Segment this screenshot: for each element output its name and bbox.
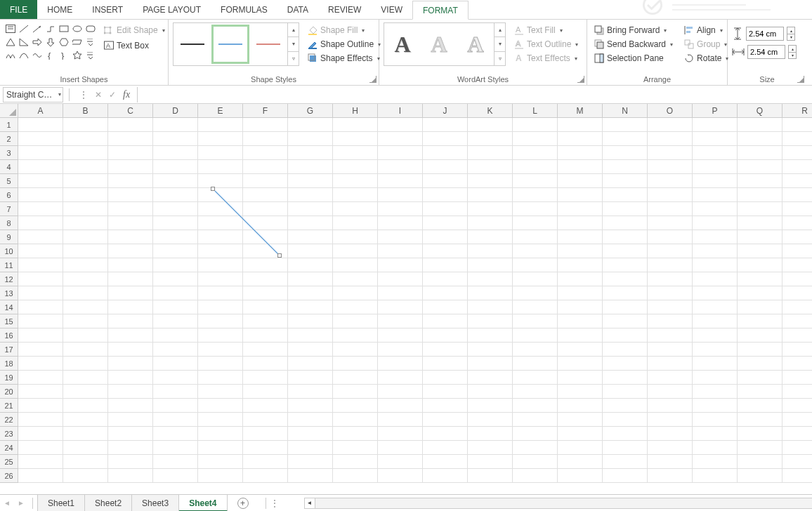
cell[interactable] (468, 258, 513, 272)
cell[interactable] (243, 300, 288, 314)
edit-shape-button[interactable]: Edit Shape▾ (101, 24, 168, 36)
cell[interactable] (423, 286, 468, 300)
cell[interactable] (603, 385, 648, 399)
cell[interactable] (738, 343, 782, 357)
cell[interactable] (288, 258, 333, 272)
style-red[interactable] (249, 25, 287, 64)
cell[interactable] (782, 300, 812, 314)
column-header[interactable]: D (153, 104, 198, 118)
cell[interactable] (738, 371, 782, 385)
row-header[interactable]: 24 (0, 441, 18, 455)
cell[interactable] (782, 272, 812, 286)
column-header[interactable]: Q (738, 104, 782, 118)
column-header[interactable]: N (603, 104, 648, 118)
shape-fill-button[interactable]: Shape Fill▾ (305, 24, 384, 36)
cell[interactable] (558, 174, 603, 188)
row-header[interactable]: 17 (0, 343, 18, 357)
row-header[interactable]: 19 (0, 371, 18, 385)
cell[interactable] (333, 357, 378, 371)
cell[interactable] (333, 244, 378, 258)
horizontal-scrollbar[interactable]: ◄ (304, 498, 813, 509)
shape-elbow-icon[interactable] (44, 22, 57, 35)
cell[interactable] (558, 118, 603, 132)
cell[interactable] (333, 300, 378, 314)
cell[interactable] (63, 357, 108, 371)
cell[interactable] (603, 244, 648, 258)
cell[interactable] (333, 427, 378, 441)
cell[interactable] (782, 216, 812, 230)
sheet-tab[interactable]: Sheet3 (132, 495, 179, 512)
cell[interactable] (108, 202, 153, 216)
cell[interactable] (782, 413, 812, 427)
cell[interactable] (423, 160, 468, 174)
spinner-down-icon[interactable]: ▾ (789, 53, 796, 59)
cell[interactable] (198, 328, 243, 343)
shape-style-gallery[interactable]: ▴▾▿ (173, 22, 299, 66)
cell[interactable] (243, 385, 288, 399)
cell[interactable] (333, 314, 378, 328)
cell[interactable] (63, 132, 108, 146)
row-header[interactable]: 2 (0, 132, 18, 146)
cell[interactable] (243, 469, 288, 483)
sheet-tab[interactable]: Sheet1 (37, 495, 85, 512)
cell[interactable] (63, 286, 108, 300)
cell[interactable] (153, 146, 198, 160)
gallery-down-icon[interactable]: ▾ (495, 37, 505, 51)
fx-icon[interactable]: fx (123, 89, 130, 100)
cell[interactable] (603, 343, 648, 357)
cell[interactable] (738, 188, 782, 202)
cell[interactable] (738, 427, 782, 441)
cell[interactable] (468, 146, 513, 160)
add-sheet-button[interactable]: + (235, 495, 251, 512)
cell[interactable] (63, 174, 108, 188)
rotate-button[interactable]: Rotate▾ (681, 52, 731, 65)
cell[interactable] (288, 343, 333, 357)
cell[interactable] (153, 455, 198, 469)
cell[interactable] (782, 146, 812, 160)
tab-formulas[interactable]: FORMULAS (211, 0, 277, 19)
cell[interactable] (468, 469, 513, 483)
cell[interactable] (558, 244, 603, 258)
cell[interactable] (18, 146, 63, 160)
cell[interactable] (378, 399, 423, 413)
name-box[interactable]: Straight C… ▾ (3, 87, 63, 102)
row-header[interactable]: 8 (0, 216, 18, 230)
cell[interactable] (108, 272, 153, 286)
cell[interactable] (513, 427, 558, 441)
cell[interactable] (648, 230, 693, 244)
cell[interactable] (243, 146, 288, 160)
gallery-more-icon[interactable]: ▿ (288, 52, 299, 65)
cell[interactable] (198, 385, 243, 399)
cell[interactable] (558, 202, 603, 216)
vdots-icon[interactable]: ⋮ (270, 498, 279, 508)
cell[interactable] (18, 328, 63, 343)
cell[interactable] (513, 328, 558, 343)
cell[interactable] (468, 216, 513, 230)
cell[interactable] (648, 427, 693, 441)
cell[interactable] (558, 328, 603, 343)
cell[interactable] (513, 272, 558, 286)
cell[interactable] (468, 343, 513, 357)
cell[interactable] (288, 455, 333, 469)
shape-oval-icon[interactable] (71, 22, 84, 35)
shape-curve-icon[interactable] (18, 49, 30, 62)
gallery-spinner[interactable]: ▴▾▿ (287, 23, 299, 65)
cell[interactable] (198, 258, 243, 272)
cell[interactable] (513, 455, 558, 469)
cell[interactable] (63, 371, 108, 385)
cell[interactable] (468, 160, 513, 174)
column-header[interactable]: O (648, 104, 693, 118)
cell[interactable] (18, 216, 63, 230)
cell[interactable] (782, 399, 812, 413)
column-header[interactable]: R (782, 104, 812, 118)
cell[interactable] (738, 230, 782, 244)
cell[interactable] (288, 146, 333, 160)
cell[interactable] (738, 469, 782, 483)
cell[interactable] (18, 371, 63, 385)
row-header[interactable]: 10 (0, 244, 18, 258)
cell[interactable] (63, 413, 108, 427)
cell[interactable] (648, 132, 693, 146)
cell[interactable] (513, 399, 558, 413)
cell[interactable] (648, 118, 693, 132)
cell[interactable] (288, 132, 333, 146)
